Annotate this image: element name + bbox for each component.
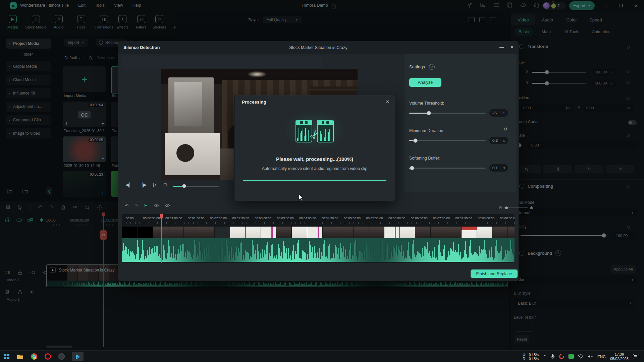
dialog-filmstrip: [122, 227, 515, 238]
dialog-ruler-label: 00:05:30:00: [366, 216, 383, 220]
start-button[interactable]: [4, 354, 9, 359]
show-regions-icon[interactable]: [154, 203, 159, 208]
dialog-ruler-label: 00:01:30:00: [187, 216, 204, 220]
processing-close-icon[interactable]: ✕: [386, 99, 389, 104]
microphone-icon[interactable]: [551, 354, 555, 359]
zoom-in-icon[interactable]: ⊕: [530, 205, 533, 210]
dialog-close-icon[interactable]: ✕: [510, 45, 514, 50]
undo-icon[interactable]: ↶: [125, 203, 129, 208]
mouse-cursor: [299, 194, 305, 201]
dialog-ruler-label: 00:08:30:00: [500, 216, 515, 220]
dialog-info-strip: [122, 56, 323, 68]
dialog-settings-panel: Settings ? Analyze Volume Threshold: 25%…: [405, 54, 516, 192]
dialog-ruler-label: 00:04:30:00: [321, 216, 338, 220]
help-icon[interactable]: ?: [429, 64, 435, 70]
stop-icon[interactable]: □: [164, 182, 166, 187]
dialog-playhead[interactable]: [161, 214, 162, 263]
zoom-slider[interactable]: [504, 207, 528, 208]
dialog-ruler-label: 00:04:00:00: [299, 216, 316, 220]
dialog-ruler-label: 00:06:30:00: [411, 216, 427, 220]
finish-and-replace-button[interactable]: Finish and Replace: [471, 269, 518, 278]
dialog-player-controls: ◀▏ ▕▶ ▷ □: [125, 182, 166, 187]
settings-heading: Settings: [409, 64, 425, 69]
volume-icon[interactable]: [588, 354, 593, 359]
processing-modal: Processing ✕ ✂ Please wait, processing..…: [234, 95, 395, 201]
notification-center-icon[interactable]: [633, 354, 639, 359]
dialog-ruler-label: 00:05:00:00: [344, 216, 361, 220]
dialog-ruler-label: 00:08:00:00: [478, 216, 494, 220]
softening-buffer-value[interactable]: 0.1s: [489, 164, 508, 172]
chrome-icon[interactable]: [31, 353, 37, 360]
processing-message: Please wait, processing...(100%): [234, 156, 395, 162]
processing-progress-bar: [243, 180, 386, 181]
dialog-ruler-label: 00:01:00:00: [165, 216, 182, 220]
softening-buffer-slider[interactable]: [410, 166, 414, 170]
dialog-ruler-label: 00:00:30:00: [143, 216, 160, 220]
minimum-duration-slider[interactable]: [413, 138, 418, 143]
processing-description: Automatically remove silent audio region…: [234, 166, 395, 171]
network-speed-readout: U:D: 0 kB/s0 kB/s: [523, 353, 539, 361]
redo-icon[interactable]: ↷: [135, 203, 139, 208]
clock[interactable]: 17:36 05/02/2025: [610, 352, 629, 361]
analyze-button[interactable]: Analyze: [409, 78, 441, 87]
dialog-zoom-controls: ⊖ ⊕: [498, 205, 533, 210]
file-explorer-icon[interactable]: [17, 354, 23, 359]
minimum-duration-label: Minimum Duration:: [409, 128, 444, 133]
volume-threshold-value[interactable]: 25%: [489, 109, 508, 117]
system-tray: U:D: 0 kB/s0 kB/s ⌃ ENG 17:36 05/02/2025: [523, 351, 639, 362]
filmora-taskbar-icon: [75, 354, 81, 360]
dialog-ruler-label: 00:06:00:00: [388, 216, 405, 220]
dialog-ruler-label: 00:07:30:00: [455, 216, 472, 220]
dialog-ruler-label: :00:00: [125, 216, 133, 220]
tray-app-icon-green[interactable]: [569, 354, 574, 359]
dialog-ruler-label: 00:02:30:00: [232, 216, 249, 220]
volume-threshold-label: Volume Threshold:: [409, 101, 444, 106]
dialog-timeline[interactable]: :00:0000:00:30:0000:01:00:0000:01:30:000…: [122, 214, 515, 263]
dialog-clip-name: Stock Market Situation is Crazy: [118, 45, 519, 50]
cut-tool-icon[interactable]: ✂: [144, 203, 148, 208]
dialog-ruler-label: 00:03:30:00: [277, 216, 293, 220]
zoom-out-icon[interactable]: ⊖: [498, 205, 502, 210]
language-indicator[interactable]: ENG: [597, 355, 606, 359]
dialog-ruler-label: 00:02:00:00: [210, 216, 227, 220]
wifi-icon[interactable]: [578, 354, 584, 359]
processing-title: Processing: [242, 100, 266, 105]
filmora-window: ▶ Wondershare Filmora FileEditToolsViewH…: [0, 0, 644, 362]
prev-frame-icon[interactable]: ◀▏: [125, 182, 133, 187]
dialog-header: Silence Detection Stock Market Situation…: [118, 41, 519, 54]
dialog-seek-bar[interactable]: [173, 186, 219, 187]
minimum-duration-value[interactable]: 0.3s: [489, 137, 508, 144]
dialog-timeline-toolbar: ↶ ↷ ✂: [125, 203, 170, 208]
opera-icon[interactable]: [45, 353, 51, 360]
next-frame-icon[interactable]: ▕▶: [140, 182, 147, 187]
dialog-waveform: [122, 238, 515, 262]
dialog-ruler-label: 00:07:00:00: [433, 216, 450, 220]
active-app-filmora[interactable]: [72, 352, 84, 361]
hide-regions-icon[interactable]: [165, 203, 170, 208]
dialog-minimize-icon[interactable]: —: [499, 45, 504, 50]
reset-defaults-icon[interactable]: ↺: [503, 126, 507, 132]
volume-threshold-slider[interactable]: [427, 111, 431, 115]
softening-buffer-label: Softening Buffer:: [409, 156, 440, 161]
browser-icon[interactable]: [58, 353, 65, 360]
windows-taskbar: U:D: 0 kB/s0 kB/s ⌃ ENG 17:36 05/02/2025: [0, 350, 644, 362]
tray-app-icon-red[interactable]: [558, 353, 565, 360]
tray-expand-icon[interactable]: ⌃: [543, 354, 546, 359]
play-icon[interactable]: ▷: [153, 182, 157, 187]
dialog-ruler-label: 00:03:00:00: [255, 216, 271, 220]
